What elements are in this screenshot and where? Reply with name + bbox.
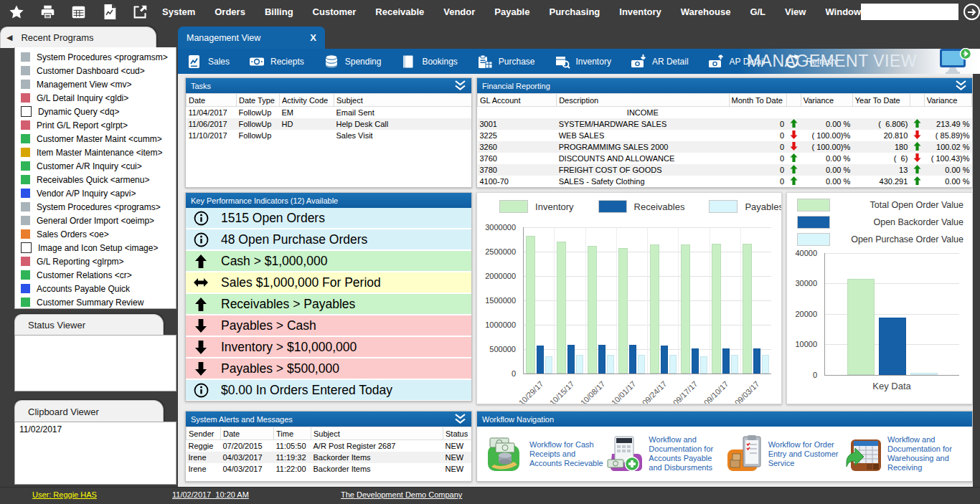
- column-header-month-to-date[interactable]: Month To Date: [729, 94, 786, 107]
- program-item[interactable]: G/L Detail Inquiry <gldi>: [15, 91, 176, 105]
- program-item[interactable]: Vendor A/P Inquiry <apvi>: [15, 186, 176, 200]
- alert-row[interactable]: Reggie07/20/201511:05:50A/R Post Registe…: [187, 440, 472, 452]
- program-item[interactable]: Sales Orders <oe>: [15, 227, 176, 241]
- column-header-variance[interactable]: Variance: [924, 94, 971, 107]
- column-header-activity-code[interactable]: Activity Code: [280, 94, 334, 107]
- financial-row[interactable]: 3780FREIGHT COST OF GOODS00.00 %130.00 %: [478, 164, 972, 176]
- kpi-item[interactable]: Inventory > $10,000,000: [186, 337, 471, 358]
- financial-row[interactable]: 4100-70SALES - Safety Clothing00.00 %430…: [478, 176, 972, 187]
- kpi-item[interactable]: 48 Open Purchase Orders: [186, 229, 471, 251]
- program-item[interactable]: System Procedures <programs>: [15, 200, 176, 214]
- menu-item-inventory[interactable]: Inventory: [619, 6, 661, 17]
- program-item[interactable]: General Order Import <oeimp>: [15, 214, 176, 227]
- financial-row[interactable]: 3760DISCOUNTS AND ALLOWANCE00.00 %( 6)( …: [478, 153, 972, 164]
- workflow-item[interactable]: Workflow for Cash Receipts and Accounts …: [487, 435, 604, 472]
- program-item[interactable]: Customer Dashboard <cud>: [15, 64, 176, 77]
- column-header-gl-account[interactable]: GL Account: [478, 94, 557, 107]
- column-header-date[interactable]: Date: [221, 427, 274, 440]
- kpi-item[interactable]: Payables > Cash: [186, 315, 471, 337]
- column-header-subject[interactable]: Subject: [311, 427, 443, 440]
- column-header-status[interactable]: Status: [443, 427, 472, 440]
- menu-item-receivable[interactable]: Receivable: [375, 6, 424, 17]
- toolbar-button-ar-detail[interactable]: AR Detail: [631, 54, 689, 70]
- clipboard-viewer-tab[interactable]: Clipboard Viewer: [14, 400, 164, 422]
- kpi-item[interactable]: $0.00 In Orders Entered Today: [186, 380, 471, 401]
- kpi-item[interactable]: Payables > $500,000: [186, 358, 471, 380]
- workflow-item[interactable]: Workflow and Documentation for Warehousi…: [845, 435, 962, 472]
- task-row[interactable]: 11/06/2017FollowUpHDHelp Desk Call: [187, 118, 472, 130]
- kpi-item[interactable]: Receivables > Payables: [186, 294, 471, 315]
- recent-programs-tab[interactable]: ◀ Recent Programs: [0, 27, 156, 48]
- toolbar-button-bookings[interactable]: Bookings: [400, 54, 457, 70]
- menu-item-window[interactable]: Window: [825, 6, 861, 17]
- column-header-time[interactable]: Time: [274, 427, 311, 440]
- column-header-blank[interactable]: [786, 94, 801, 107]
- menu-item-warehouse[interactable]: Warehouse: [681, 6, 731, 17]
- user-link[interactable]: User: Reggie HAS: [32, 490, 97, 499]
- column-header-variance[interactable]: Variance: [801, 94, 852, 107]
- collapse-chevron-icon[interactable]: [454, 414, 466, 424]
- menu-item-payable[interactable]: Payable: [494, 6, 529, 17]
- menu-item-purchasing[interactable]: Purchasing: [549, 6, 600, 17]
- toolbar-button-spending[interactable]: Spending: [324, 54, 382, 70]
- task-row[interactable]: 11/04/2017FollowUpEMEmail Sent: [187, 107, 472, 119]
- menu-item-customer[interactable]: Customer: [313, 6, 357, 17]
- open-window-icon[interactable]: [132, 4, 148, 20]
- menu-item-billing[interactable]: Billing: [265, 6, 293, 17]
- go-button[interactable]: [963, 4, 980, 20]
- datetime-link[interactable]: 11/02/2017 10:20 AM: [172, 490, 249, 499]
- column-header-sender[interactable]: Sender: [187, 427, 221, 440]
- program-item[interactable]: Accounts Payable Quick: [15, 282, 176, 295]
- program-item[interactable]: Item Master Maintenance <item>: [15, 146, 176, 159]
- program-item[interactable]: Receivables Quick <armenu>: [15, 173, 176, 186]
- menu-item-g-l[interactable]: G/L: [750, 6, 765, 17]
- kpi-item[interactable]: Cash > $1,000,000: [186, 251, 471, 272]
- toolbar-button-sales[interactable]: Sales: [187, 54, 230, 70]
- program-item[interactable]: Print G/L Report <glrpt>: [15, 118, 176, 132]
- program-item[interactable]: Dynamic Query <dq>: [15, 105, 176, 118]
- kpi-item[interactable]: 1515 Open Orders: [186, 208, 471, 229]
- print-icon[interactable]: [39, 4, 55, 20]
- kpi-item[interactable]: Sales $1,000,000 For Period: [186, 272, 471, 294]
- column-header-year-to-date[interactable]: Year To Date: [852, 94, 910, 107]
- report-icon[interactable]: [101, 4, 117, 20]
- toolbar-button-reciepts[interactable]: Reciepts: [249, 54, 304, 70]
- tab-management-view[interactable]: Management View X: [178, 27, 325, 49]
- financial-row[interactable]: 3001SYSTEM/HARDWARE SALES00.00 %( 6.806)…: [478, 118, 972, 130]
- financial-row[interactable]: 3225WEB SALES0( 100.00)%20.810( 85.89)%: [478, 130, 972, 141]
- column-header-blank[interactable]: [910, 94, 924, 107]
- favorites-icon[interactable]: [9, 4, 24, 20]
- status-viewer-tab[interactable]: Status Viewer: [14, 314, 164, 336]
- program-item[interactable]: Customer Summary Review: [15, 295, 176, 309]
- alert-row[interactable]: Irene04/03/201711:19:32Backorder ItemsNE…: [187, 452, 472, 463]
- column-header-description[interactable]: Description: [557, 94, 729, 107]
- program-item[interactable]: Customer Relations <cr>: [15, 268, 176, 282]
- workflow-item[interactable]: Workflow for Order Entry and Customer Se…: [726, 435, 843, 472]
- menu-item-view[interactable]: View: [785, 6, 806, 17]
- column-header-subject[interactable]: Subject: [334, 94, 472, 107]
- alert-row[interactable]: Irene04/03/201711:22:00Backorder ItemsNE…: [187, 463, 472, 475]
- menu-item-orders[interactable]: Orders: [215, 6, 245, 17]
- column-header-date-type[interactable]: Date Type: [237, 94, 280, 107]
- company-link[interactable]: The Development Demo Company: [341, 490, 462, 499]
- program-item[interactable]: Customer Master Maint <cumm>: [15, 132, 176, 146]
- task-row[interactable]: 11/10/2017FollowUpSales Visit: [187, 130, 472, 141]
- menu-item-vendor[interactable]: Vendor: [443, 6, 475, 17]
- search-input[interactable]: [861, 4, 958, 20]
- calendar-icon[interactable]: [70, 4, 86, 20]
- program-item[interactable]: Customer A/R Inquiry <cui>: [15, 159, 176, 173]
- collapse-sidebar-icon[interactable]: ◀: [6, 33, 12, 42]
- program-item[interactable]: G/L Reporting <glrpm>: [15, 255, 176, 268]
- collapse-chevron-icon[interactable]: [955, 80, 967, 91]
- toolbar-button-inventory[interactable]: Inventory: [555, 54, 611, 70]
- column-header-date[interactable]: Date: [187, 94, 237, 107]
- program-item[interactable]: System Procedures <programsm>: [15, 50, 176, 64]
- financial-row[interactable]: 3260PROGRAMMIMG SALES 20000( 100.00)%180…: [478, 141, 972, 153]
- program-item[interactable]: Image and Icon Setup <image>: [15, 241, 176, 255]
- close-tab-icon[interactable]: X: [310, 32, 316, 43]
- workflow-item[interactable]: Workflow and Documentation for Accounts …: [606, 435, 723, 472]
- toolbar-button-purchase[interactable]: Purchase: [477, 54, 535, 70]
- menu-item-system[interactable]: System: [162, 6, 195, 17]
- collapse-chevron-icon[interactable]: [454, 80, 466, 91]
- program-item[interactable]: Management View <mv>: [15, 77, 176, 91]
